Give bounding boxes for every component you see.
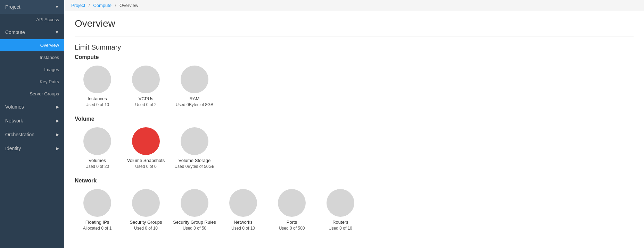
sidebar-orchestration-header[interactable]: Orchestration ▶ bbox=[0, 128, 64, 142]
resource-item: RAMUsed 0Bytes of 8GB bbox=[172, 66, 217, 107]
page-title: Overview bbox=[75, 18, 634, 29]
content-area: Overview Limit Summary Compute Instances… bbox=[64, 11, 644, 248]
resource-item: Security Group RulesUsed 0 of 50 bbox=[172, 189, 217, 231]
chevron-right-icon: ▶ bbox=[56, 146, 59, 151]
sidebar-compute-header[interactable]: Compute ▼ bbox=[0, 25, 64, 39]
resource-item: InstancesUsed 0 of 10 bbox=[75, 66, 120, 107]
resource-usage: Used 0 of 20 bbox=[85, 164, 109, 169]
chevron-right-icon: ▶ bbox=[56, 132, 59, 137]
resource-item: Floating IPsAllocated 0 of 1 bbox=[75, 189, 120, 231]
resource-circle bbox=[132, 127, 160, 155]
sidebar-identity-label: Identity bbox=[5, 146, 21, 151]
resource-name: Volumes bbox=[89, 158, 106, 163]
resource-name: Networks bbox=[234, 220, 253, 225]
resource-name: Floating IPs bbox=[85, 220, 109, 225]
breadcrumb-sep-2: / bbox=[115, 3, 116, 8]
resource-circle bbox=[83, 189, 111, 217]
resource-name: VCPUs bbox=[139, 96, 154, 101]
compute-section-title: Compute bbox=[75, 54, 634, 60]
resource-circle bbox=[327, 189, 354, 217]
resource-usage: Used 0 of 0 bbox=[135, 164, 156, 169]
resource-usage: Allocated 0 of 1 bbox=[83, 226, 112, 231]
sidebar-item-server-groups[interactable]: Server Groups bbox=[0, 88, 64, 100]
resource-name: Ports bbox=[287, 220, 297, 225]
resource-usage: Used 0 of 2 bbox=[135, 102, 156, 107]
sidebar-project-label: Project bbox=[5, 4, 20, 10]
resource-usage: Used 0 of 10 bbox=[231, 226, 255, 231]
sidebar-project-header[interactable]: Project ▼ bbox=[0, 0, 64, 14]
resource-circle bbox=[181, 66, 208, 93]
resource-usage: Used 0Bytes of 8GB bbox=[176, 102, 214, 107]
limit-summary-heading: Limit Summary bbox=[75, 43, 634, 51]
resource-item: RoutersUsed 0 of 10 bbox=[318, 189, 363, 231]
resource-usage: Used 0Bytes of 50GB bbox=[174, 164, 214, 169]
compute-resource-grid: InstancesUsed 0 of 10VCPUsUsed 0 of 2RAM… bbox=[75, 66, 634, 107]
resource-item: Security GroupsUsed 0 of 10 bbox=[123, 189, 168, 231]
resource-item: NetworksUsed 0 of 10 bbox=[221, 189, 266, 231]
resource-name: Volume Storage bbox=[179, 158, 211, 163]
resource-circle bbox=[132, 189, 160, 217]
breadcrumb-compute[interactable]: Compute bbox=[93, 3, 112, 8]
resource-circle bbox=[83, 66, 111, 93]
sidebar-item-instances[interactable]: Instances bbox=[0, 51, 64, 63]
chevron-right-icon: ▶ bbox=[56, 104, 59, 109]
resource-item: VolumesUsed 0 of 20 bbox=[75, 127, 120, 169]
sidebar-item-images[interactable]: Images bbox=[0, 63, 64, 76]
resource-usage: Used 0 of 10 bbox=[329, 226, 352, 231]
sidebar-compute-label: Compute bbox=[5, 29, 25, 35]
resource-circle bbox=[181, 127, 208, 155]
resource-circle bbox=[278, 189, 306, 217]
sidebar-network-header[interactable]: Network ▶ bbox=[0, 114, 64, 128]
resource-circle bbox=[132, 66, 160, 93]
resource-usage: Used 0 of 10 bbox=[85, 102, 109, 107]
sidebar-network-label: Network bbox=[5, 118, 23, 123]
resource-circle bbox=[181, 189, 208, 217]
resource-usage: Used 0 of 50 bbox=[183, 226, 206, 231]
resource-item: Volume SnapshotsUsed 0 of 0 bbox=[123, 127, 168, 169]
sidebar-volumes-label: Volumes bbox=[5, 104, 24, 110]
breadcrumb-sep-1: / bbox=[89, 3, 90, 8]
sidebar-item-overview[interactable]: Overview bbox=[0, 39, 64, 51]
resource-circle bbox=[229, 189, 257, 217]
sidebar-item-key-pairs[interactable]: Key Pairs bbox=[0, 76, 64, 88]
sidebar-item-api-access[interactable]: API Access bbox=[0, 14, 64, 25]
volume-resource-grid: VolumesUsed 0 of 20Volume SnapshotsUsed … bbox=[75, 127, 634, 169]
sidebar-orchestration-label: Orchestration bbox=[5, 132, 34, 137]
resource-usage: Used 0 of 10 bbox=[134, 226, 158, 231]
sidebar-volumes-header[interactable]: Volumes ▶ bbox=[0, 100, 64, 114]
network-resource-grid: Floating IPsAllocated 0 of 1Security Gro… bbox=[75, 189, 634, 231]
sidebar-identity-header[interactable]: Identity ▶ bbox=[0, 142, 64, 155]
main-content: Project / Compute / Overview Overview Li… bbox=[64, 0, 644, 248]
resource-name: Security Groups bbox=[130, 220, 162, 225]
resource-usage: Used 0 of 500 bbox=[279, 226, 305, 231]
resource-item: PortsUsed 0 of 500 bbox=[269, 189, 314, 231]
sidebar: Project ▼ API Access Compute ▼ Overview … bbox=[0, 0, 64, 248]
breadcrumb-overview: Overview bbox=[119, 3, 138, 8]
resource-name: Instances bbox=[88, 96, 107, 101]
chevron-down-icon: ▼ bbox=[55, 5, 59, 9]
resource-name: RAM bbox=[190, 96, 200, 101]
divider-top bbox=[75, 36, 634, 36]
resource-item: VCPUsUsed 0 of 2 bbox=[123, 66, 168, 107]
breadcrumb-project[interactable]: Project bbox=[71, 3, 85, 8]
network-section-title: Network bbox=[75, 178, 634, 184]
resource-circle bbox=[83, 127, 111, 155]
chevron-right-icon: ▶ bbox=[56, 118, 59, 123]
resource-name: Routers bbox=[332, 220, 348, 225]
resource-name: Volume Snapshots bbox=[127, 158, 165, 163]
chevron-down-icon: ▼ bbox=[55, 30, 59, 35]
resource-name: Security Group Rules bbox=[173, 220, 216, 225]
volume-section-title: Volume bbox=[75, 116, 634, 122]
resource-item: Volume StorageUsed 0Bytes of 50GB bbox=[172, 127, 217, 169]
breadcrumb: Project / Compute / Overview bbox=[64, 0, 644, 11]
